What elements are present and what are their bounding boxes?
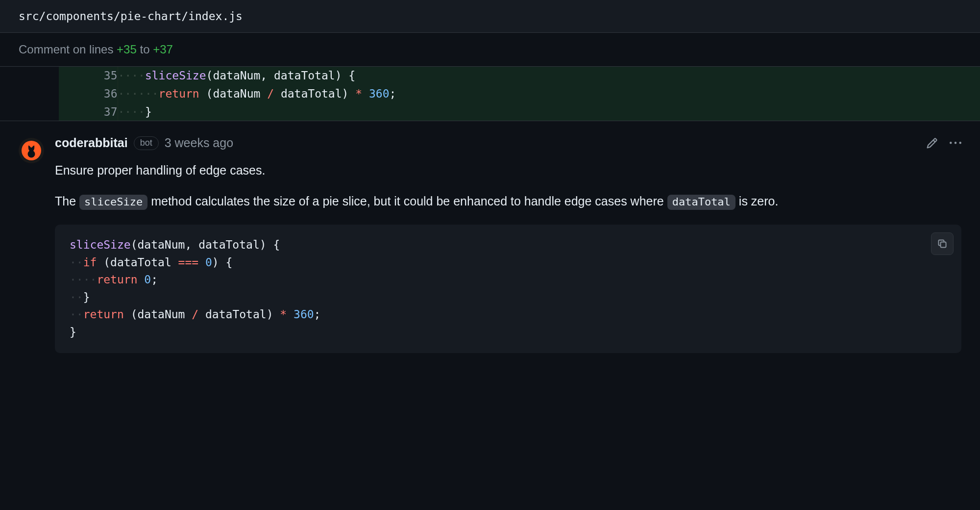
diff-row: 37····} (0, 103, 980, 121)
commenter-name[interactable]: coderabbitai (55, 136, 128, 150)
range-from[interactable]: +35 (117, 43, 137, 56)
gutter-outer (0, 67, 59, 85)
svg-rect-2 (941, 242, 946, 247)
range-connector: to (137, 43, 153, 56)
suggestion-code: sliceSize(dataNum, dataTotal) { ··if (da… (70, 236, 950, 341)
code-line: ····} (118, 103, 980, 121)
more-actions-button[interactable] (950, 137, 961, 149)
pencil-icon (926, 137, 938, 149)
coderabbit-logo-icon (22, 141, 41, 160)
line-number[interactable]: 37 (59, 103, 118, 121)
diff-row: 36······return (dataNum / dataTotal) * 3… (0, 85, 980, 103)
comment-actions (926, 137, 961, 149)
svg-point-1 (28, 151, 35, 158)
diff-row: 35····sliceSize(dataNum, dataTotal) { (0, 67, 980, 85)
comment-title: Ensure proper handling of edge cases. (55, 161, 961, 180)
range-prefix: Comment on lines (19, 43, 117, 56)
range-to[interactable]: +37 (153, 43, 173, 56)
line-number[interactable]: 35 (59, 67, 118, 85)
code-line: ······return (dataNum / dataTotal) * 360… (118, 85, 980, 103)
avatar[interactable] (19, 138, 44, 163)
line-number[interactable]: 36 (59, 85, 118, 103)
comment-paragraph: The sliceSize method calculates the size… (55, 192, 961, 211)
inline-code: dataTotal (667, 195, 735, 210)
bot-badge: bot (134, 136, 159, 151)
file-path[interactable]: src/components/pie-chart/index.js (19, 10, 243, 23)
kebab-icon (950, 137, 961, 149)
copy-icon (937, 238, 948, 249)
review-panel: src/components/pie-chart/index.js Commen… (0, 0, 980, 373)
review-comment: coderabbitai bot 3 weeks ago Ensure prop… (0, 121, 980, 372)
code-line: ····sliceSize(dataNum, dataTotal) { (118, 67, 980, 85)
gutter-outer (0, 85, 59, 103)
file-header: src/components/pie-chart/index.js (0, 0, 980, 33)
gutter-outer (0, 103, 59, 121)
copy-button[interactable] (931, 232, 954, 255)
edit-button[interactable] (926, 137, 938, 149)
comment-body: coderabbitai bot 3 weeks ago Ensure prop… (55, 136, 961, 372)
suggestion-block: sliceSize(dataNum, dataTotal) { ··if (da… (55, 225, 961, 353)
comment-text: Ensure proper handling of edge cases. Th… (55, 161, 961, 211)
inline-code: sliceSize (79, 195, 147, 210)
comment-header: coderabbitai bot 3 weeks ago (55, 136, 961, 150)
comment-range: Comment on lines +35 to +37 (0, 33, 980, 67)
comment-timestamp[interactable]: 3 weeks ago (165, 136, 233, 150)
diff-table: 35····sliceSize(dataNum, dataTotal) {36·… (0, 67, 980, 121)
